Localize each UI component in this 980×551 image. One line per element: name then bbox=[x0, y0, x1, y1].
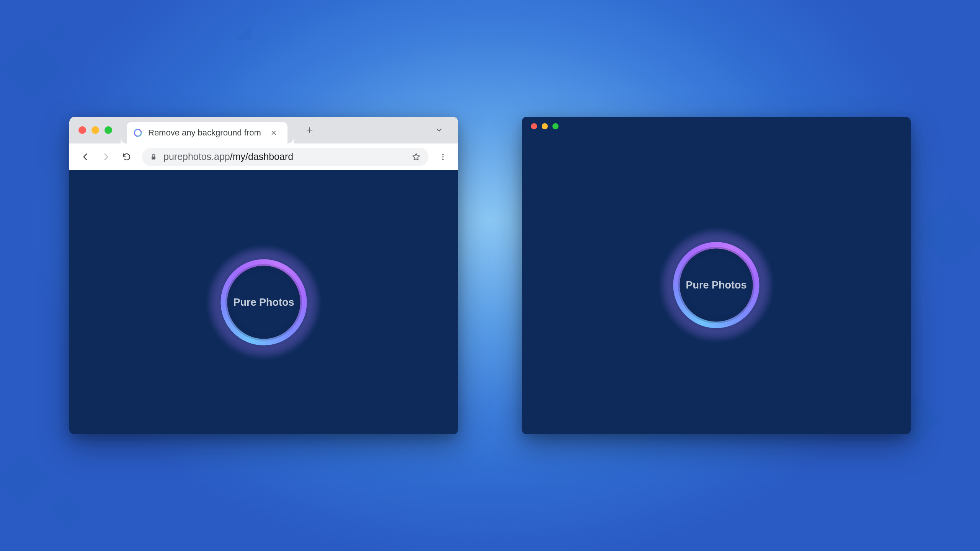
url-host: purephotos.app bbox=[163, 151, 230, 162]
window-controls bbox=[78, 126, 112, 134]
browser-window: Remove any background from bbox=[69, 117, 458, 434]
svg-point-5 bbox=[442, 156, 444, 158]
url-path: /my/dashboard bbox=[230, 151, 293, 162]
tab-close-button[interactable] bbox=[268, 127, 279, 138]
lock-icon bbox=[150, 153, 157, 161]
tabs-dropdown-button[interactable] bbox=[431, 122, 447, 138]
browser-menu-button[interactable] bbox=[435, 149, 451, 165]
browser-viewport: Pure Photos bbox=[69, 170, 458, 434]
tab-title: Remove any background from bbox=[148, 128, 263, 138]
address-bar[interactable]: purephotos.app/my/dashboard bbox=[142, 148, 428, 166]
window-maximize-button[interactable] bbox=[105, 126, 112, 134]
svg-rect-3 bbox=[152, 156, 155, 160]
svg-point-4 bbox=[442, 153, 444, 155]
url-text: purephotos.app/my/dashboard bbox=[163, 151, 405, 162]
loader-label: Pure Photos bbox=[686, 279, 746, 291]
window-minimize-button[interactable] bbox=[542, 123, 548, 129]
nav-back-button[interactable] bbox=[77, 148, 94, 165]
window-maximize-button[interactable] bbox=[552, 123, 559, 129]
svg-point-2 bbox=[134, 129, 141, 136]
loading-indicator: Pure Photos bbox=[668, 237, 764, 333]
app-titlebar bbox=[522, 117, 911, 136]
window-controls bbox=[531, 123, 559, 129]
window-close-button[interactable] bbox=[531, 123, 537, 129]
window-close-button[interactable] bbox=[78, 126, 86, 134]
bookmark-star-button[interactable] bbox=[412, 152, 421, 161]
browser-tab-active[interactable]: Remove any background from bbox=[127, 122, 287, 143]
nav-reload-button[interactable] bbox=[118, 148, 135, 165]
new-tab-button[interactable] bbox=[301, 122, 318, 139]
loading-indicator: Pure Photos bbox=[216, 254, 312, 350]
app-viewport: Pure Photos bbox=[522, 136, 911, 434]
favicon-icon bbox=[133, 128, 143, 138]
nav-forward-button[interactable] bbox=[98, 148, 114, 165]
browser-toolbar: purephotos.app/my/dashboard bbox=[69, 143, 458, 170]
app-window: Pure Photos bbox=[522, 117, 911, 434]
loader-label: Pure Photos bbox=[233, 297, 294, 308]
svg-point-6 bbox=[442, 158, 444, 160]
window-minimize-button[interactable] bbox=[91, 126, 99, 134]
browser-tabstrip: Remove any background from bbox=[69, 117, 458, 143]
